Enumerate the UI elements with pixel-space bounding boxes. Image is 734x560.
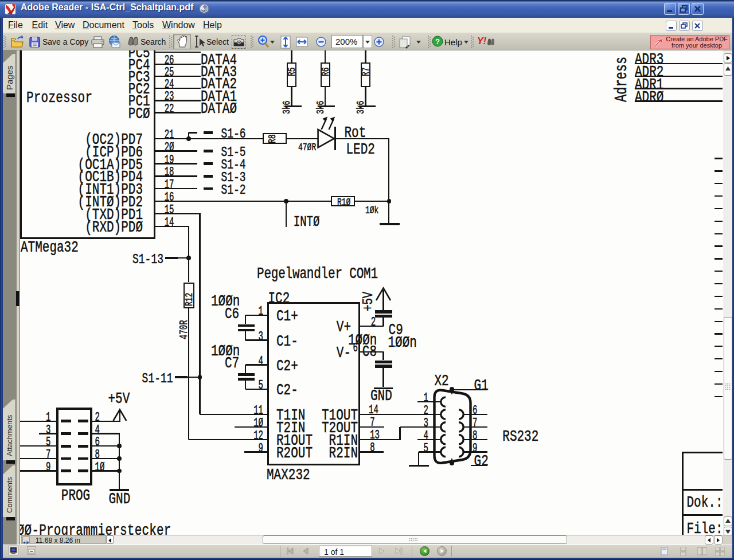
svg-text:?: ? — [435, 37, 440, 46]
